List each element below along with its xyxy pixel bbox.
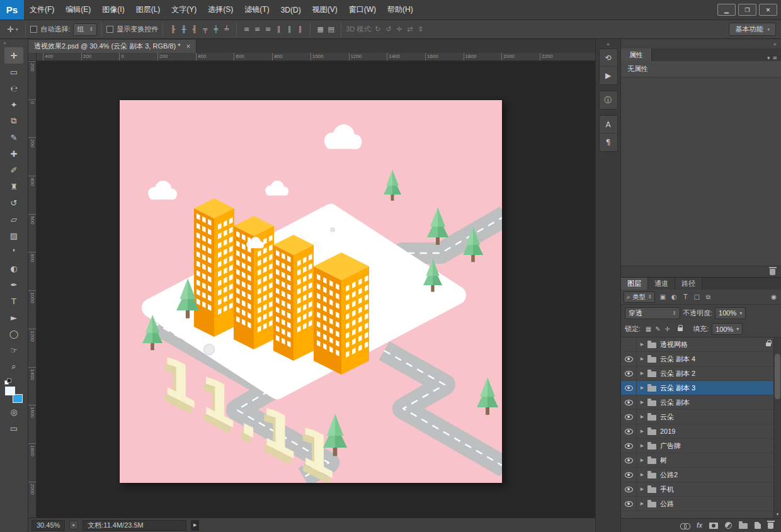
status-options-arrow[interactable]: ▶	[191, 520, 199, 531]
layer-visibility-toggle[interactable]	[621, 424, 637, 438]
filter-toggle-icon[interactable]: ◉	[771, 293, 778, 300]
history-brush-tool[interactable]: ↺	[4, 195, 23, 211]
screen-mode-button[interactable]: ▭	[4, 420, 23, 436]
panel-tab[interactable]: 通道	[648, 278, 675, 290]
layer-visibility-toggle[interactable]	[621, 439, 637, 453]
scrollbar-thumb[interactable]	[775, 354, 780, 399]
move-tool[interactable]: ✛	[4, 47, 23, 64]
delete-layer-icon[interactable]	[768, 523, 773, 529]
layer-row[interactable]: ▶ 云朵 副本 4	[621, 352, 781, 366]
3d-scale-icon[interactable]: ⇕	[415, 23, 426, 35]
layer-row[interactable]: ▶ 透视网格	[621, 337, 781, 352]
layer-visibility-toggle[interactable]	[621, 497, 637, 511]
lasso-tool[interactable]: ℮	[4, 80, 23, 96]
menu-item[interactable]: 视图(V)	[307, 0, 343, 20]
distribute-left-icon[interactable]: ∥	[273, 23, 284, 35]
menu-item[interactable]: 文件(F)	[24, 0, 60, 20]
distribute-right-icon[interactable]: ∥	[295, 23, 305, 35]
clone-stamp-tool[interactable]: ♜	[4, 178, 23, 195]
gradient-tool[interactable]: ▨	[4, 227, 23, 244]
distribute-v-center-icon[interactable]: ≡	[252, 23, 263, 35]
collapse-panels-button[interactable]: »	[621, 39, 781, 48]
menu-item[interactable]: 图层(L)	[130, 0, 166, 20]
path-selection-tool[interactable]: ►	[4, 309, 23, 325]
blur-tool[interactable]: ❜	[4, 244, 23, 260]
distribute-bottom-icon[interactable]: ≡	[263, 23, 273, 35]
canvas-viewport[interactable]: 11.11 11.11	[37, 61, 595, 518]
tab-close-icon[interactable]: ×	[186, 42, 190, 51]
auto-align-layers-icon[interactable]: ▦	[315, 23, 326, 35]
expand-arrow-icon[interactable]: ▶	[637, 356, 647, 361]
layer-visibility-toggle[interactable]	[621, 395, 637, 409]
expand-arrow-icon[interactable]: ▶	[637, 487, 647, 492]
expand-arrow-icon[interactable]: ▶	[637, 400, 647, 405]
actions-panel-button[interactable]: ▶	[600, 67, 617, 84]
layer-row[interactable]: ▶ 树	[621, 453, 781, 468]
quick-selection-tool[interactable]: ✦	[4, 96, 23, 113]
3d-slide-icon[interactable]: ⇄	[404, 23, 415, 35]
tool-preset-picker[interactable]: ✛ ▾	[4, 22, 21, 37]
fill-combo[interactable]: 100% ▾	[712, 323, 743, 335]
close-button[interactable]: ✕	[759, 4, 777, 16]
quick-mask-button[interactable]: ◎	[4, 404, 23, 420]
layer-visibility-toggle[interactable]	[621, 410, 637, 424]
canvas-artwork[interactable]: 11.11 11.11	[120, 100, 502, 483]
vertical-ruler[interactable]: 2000200400600800100012001400160018002000	[28, 61, 37, 518]
align-bottom-icon[interactable]: ╧	[221, 23, 232, 35]
menu-item[interactable]: 帮助(H)	[382, 0, 419, 20]
layer-row[interactable]: ▶ 公路	[621, 497, 781, 511]
shape-tool[interactable]: ◯	[4, 325, 23, 342]
crop-tool[interactable]: ⧉	[4, 113, 23, 129]
layer-row[interactable]: ▶ 云朵 副本 3	[621, 381, 781, 395]
lock-pixels-icon[interactable]: ✎	[653, 324, 663, 334]
filter-smart-objects-icon[interactable]: ⧉	[702, 291, 714, 303]
expand-arrow-icon[interactable]: ▶	[637, 501, 647, 506]
align-v-center-icon[interactable]: ╪	[210, 23, 221, 35]
layers-scrollbar[interactable]: ▾	[773, 337, 781, 518]
new-group-icon[interactable]	[739, 523, 748, 529]
menu-item[interactable]: 选择(S)	[202, 0, 239, 20]
scroll-down-icon[interactable]: ▾	[774, 511, 781, 518]
marquee-tool[interactable]: ▭	[4, 64, 23, 80]
blend-mode-combo[interactable]: 穿透 ⇕	[625, 307, 680, 319]
3d-pan-icon[interactable]: ✛	[394, 23, 404, 35]
layer-row[interactable]: ▶ 云朵 副本 2	[621, 366, 781, 381]
zoom-tool[interactable]: ⌕	[4, 358, 23, 375]
layer-row[interactable]: ▶ 手机	[621, 482, 781, 497]
lock-transparency-icon[interactable]: ▦	[644, 324, 653, 334]
expand-panels-button[interactable]: «	[596, 39, 620, 48]
expand-arrow-icon[interactable]: ▶	[637, 342, 647, 347]
opacity-combo[interactable]: 100% ▾	[715, 307, 746, 319]
lock-position-icon[interactable]: ✛	[663, 324, 672, 334]
filter-kind-combo[interactable]: ⌕ 类型 ⇕	[624, 291, 655, 303]
expand-arrow-icon[interactable]: ▶	[637, 371, 647, 376]
menu-item[interactable]: 滤镜(T)	[239, 0, 275, 20]
adjustment-layer-icon[interactable]	[725, 522, 732, 529]
filter-adjustment-layers-icon[interactable]: ◐	[668, 291, 680, 303]
layer-visibility-toggle[interactable]	[621, 453, 637, 467]
show-transform-checkbox[interactable]	[106, 26, 113, 33]
history-panel-button[interactable]: ⟲	[600, 49, 617, 67]
link-layers-icon[interactable]	[680, 523, 690, 528]
3d-rotate-icon[interactable]: ↻	[372, 23, 383, 35]
tab-properties[interactable]: 属性	[621, 48, 652, 61]
foreground-color-swatch[interactable]	[5, 387, 15, 395]
align-left-icon[interactable]: ╟	[168, 23, 178, 35]
layer-visibility-toggle[interactable]	[621, 482, 637, 496]
auto-select-combo[interactable]: 组 ⇕	[73, 23, 97, 36]
document-tab[interactable]: 透视效果2.psd @ 30.4% (云朵 副本 3, RGB/8) * ×	[28, 40, 197, 53]
panel-tab[interactable]: 路径	[675, 278, 702, 290]
panel-tab[interactable]: 图层	[621, 278, 648, 290]
menu-item[interactable]: 图像(I)	[96, 0, 130, 20]
layer-visibility-toggle[interactable]	[621, 366, 637, 380]
menu-item[interactable]: 文字(Y)	[166, 0, 202, 20]
type-tool[interactable]: T	[4, 293, 23, 309]
background-color-swatch[interactable]	[13, 394, 23, 403]
trash-icon[interactable]	[770, 269, 775, 275]
auto-select-checkbox[interactable]	[30, 26, 37, 33]
paragraph-panel-button[interactable]: ¶	[600, 133, 617, 151]
align-right-icon[interactable]: ╢	[189, 23, 200, 35]
expand-arrow-icon[interactable]: ▶	[637, 472, 647, 477]
layer-row[interactable]: ▶ 云朵	[621, 410, 781, 424]
expand-arrow-icon[interactable]: ▶	[637, 443, 647, 448]
